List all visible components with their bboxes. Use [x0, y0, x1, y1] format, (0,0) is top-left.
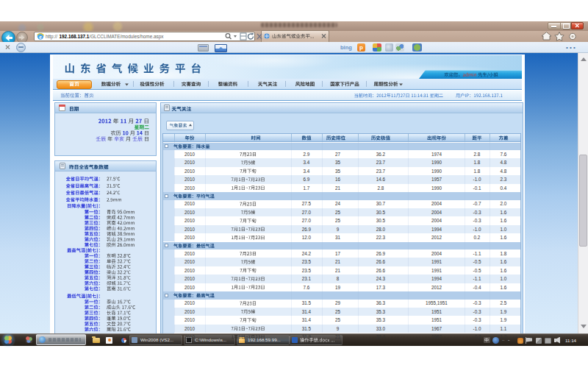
svg-text:1994: 1994 [431, 227, 442, 232]
svg-text:2010: 2010 [184, 285, 196, 290]
svg-text:• • •: • • • [566, 44, 576, 51]
svg-text:23.7: 23.7 [376, 169, 386, 174]
svg-text:2010: 2010 [184, 177, 196, 182]
svg-text:-0.4: -0.4 [473, 285, 481, 290]
svg-text:1.0: 1.0 [501, 227, 507, 232]
svg-text:2.9: 2.9 [304, 152, 310, 157]
svg-text:e: e [39, 34, 42, 40]
svg-text:16: 16 [335, 177, 341, 182]
svg-text:C:\Windows\s...: C:\Windows\s... [195, 337, 226, 342]
svg-text:25: 25 [335, 218, 341, 223]
svg-text:bing: bing [340, 44, 352, 51]
svg-text:23.7: 23.7 [376, 160, 386, 165]
svg-text:1951: 1951 [431, 309, 442, 314]
svg-text:-0.7: -0.7 [473, 201, 481, 206]
svg-text:6.9: 6.9 [304, 177, 310, 182]
svg-text:1.7: 1.7 [304, 185, 310, 191]
svg-text:31.4: 31.4 [302, 317, 312, 322]
svg-text:-0.3: -0.3 [473, 317, 481, 322]
svg-text:-1.1: -1.1 [473, 276, 481, 281]
svg-text:2010: 2010 [184, 334, 196, 339]
svg-text:2004: 2004 [431, 251, 442, 256]
svg-text:-0.3: -0.3 [473, 210, 481, 215]
svg-text:1991: 1991 [431, 259, 442, 264]
svg-text:27.5: 27.5 [302, 201, 312, 206]
svg-text:35.3: 35.3 [376, 309, 386, 314]
svg-text:1.8: 1.8 [474, 160, 481, 165]
svg-text:1957: 1957 [431, 177, 442, 182]
svg-text:-1.0: -1.0 [473, 326, 481, 331]
svg-text:29: 29 [335, 300, 341, 305]
svg-text:1974: 1974 [431, 152, 442, 157]
svg-text:1951: 1951 [431, 317, 442, 322]
svg-text:24.2: 24.2 [302, 251, 312, 256]
svg-text:7.6: 7.6 [501, 152, 507, 157]
svg-text:2010: 2010 [184, 317, 196, 322]
svg-text:1.6: 1.6 [501, 268, 507, 273]
svg-text:31.5: 31.5 [302, 300, 312, 305]
svg-text:1955,1951: 1955,1951 [426, 300, 448, 305]
svg-text:1.6: 1.6 [501, 259, 507, 264]
svg-text:36.3: 36.3 [376, 300, 386, 305]
svg-text:1.0: 1.0 [501, 276, 507, 281]
svg-text:2004: 2004 [431, 201, 442, 206]
svg-text:19: 19 [335, 285, 341, 290]
svg-text:31.5: 31.5 [302, 326, 312, 331]
svg-text:2010: 2010 [184, 259, 196, 264]
svg-text:2012: 2012 [431, 285, 442, 290]
svg-text:27.0: 27.0 [302, 210, 312, 215]
svg-text:1.6: 1.6 [501, 235, 507, 240]
svg-text:27: 27 [335, 152, 341, 157]
svg-text:1967: 1967 [431, 334, 442, 339]
svg-text:4.8: 4.8 [501, 169, 507, 174]
svg-text:36.2: 36.2 [376, 152, 386, 157]
svg-text:28.0: 28.0 [376, 227, 386, 232]
svg-text:-0.3: -0.3 [473, 300, 481, 305]
svg-text:30.5: 30.5 [376, 210, 386, 215]
svg-text:-0.5: -0.5 [473, 268, 481, 273]
svg-text:1994: 1994 [431, 276, 442, 281]
svg-text:31.4: 31.4 [302, 309, 312, 314]
svg-text:31: 31 [335, 235, 341, 240]
svg-text:1.8: 1.8 [501, 251, 507, 256]
svg-text:30.7: 30.7 [376, 201, 386, 206]
svg-text:2010: 2010 [184, 218, 196, 223]
svg-text:1.9: 1.9 [501, 317, 507, 322]
svg-text:35: 35 [335, 160, 341, 165]
svg-text:1990: 1990 [431, 169, 442, 174]
svg-text:35: 35 [335, 169, 341, 174]
svg-text:1.9: 1.9 [501, 309, 507, 314]
svg-text:2.0: 2.0 [501, 201, 507, 206]
svg-text:14.6: 14.6 [376, 177, 386, 182]
svg-text:2004: 2004 [431, 218, 442, 223]
svg-text:1.8: 1.8 [474, 169, 481, 174]
svg-text:33.4: 33.4 [376, 334, 386, 339]
svg-text:192.168.59.99...: 192.168.59.99... [248, 337, 281, 342]
svg-text:23.1: 23.1 [302, 276, 312, 281]
svg-text:1990: 1990 [431, 160, 442, 165]
svg-text:-0.3: -0.3 [473, 218, 481, 223]
svg-text:26.6: 26.6 [376, 268, 386, 273]
svg-text:1991: 1991 [431, 268, 442, 273]
svg-text:9: 9 [337, 326, 340, 331]
svg-text:21: 21 [335, 268, 341, 273]
svg-text:2012: 2012 [431, 235, 442, 240]
svg-text:-1.1: -1.1 [473, 251, 481, 256]
svg-text:4.8: 4.8 [501, 160, 507, 165]
svg-text:1.6: 1.6 [501, 218, 507, 223]
svg-text:-0.2: -0.2 [473, 334, 481, 339]
svg-text:2.8: 2.8 [474, 152, 481, 157]
svg-text:26.6: 26.6 [376, 259, 386, 264]
svg-text:23.5: 23.5 [302, 268, 312, 273]
svg-text:3.4: 3.4 [304, 160, 310, 165]
svg-text:24.3: 24.3 [376, 276, 386, 281]
svg-text:9: 9 [337, 227, 340, 232]
svg-text:1.6: 1.6 [501, 210, 507, 215]
svg-text:2010: 2010 [184, 210, 196, 215]
svg-text:2010: 2010 [184, 201, 196, 206]
svg-text:http://: http:// [46, 34, 57, 40]
svg-text:2010: 2010 [184, 251, 196, 256]
svg-text:0.2: 0.2 [474, 235, 481, 240]
svg-text:7.6: 7.6 [304, 285, 310, 290]
svg-text:21: 21 [335, 185, 341, 191]
